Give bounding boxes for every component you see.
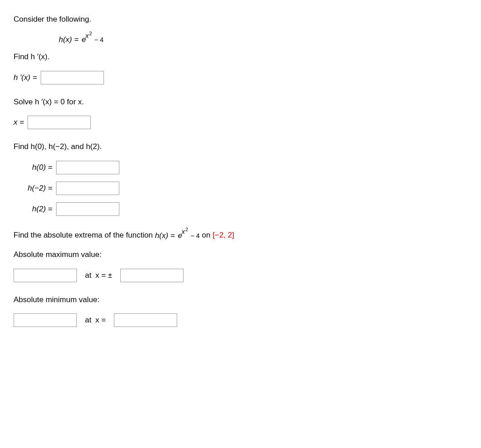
abs-max-label: Absolute maximum value:: [14, 249, 467, 261]
h2-input[interactable]: [56, 202, 119, 216]
find-hprime-text: Find h ′(x).: [14, 51, 467, 63]
x-label: x =: [14, 117, 24, 128]
function-exponential: e x2 − 4: [82, 36, 104, 43]
extrema-interval: [−2, 2]: [212, 231, 234, 239]
solve-hprime-text: Solve h ′(x) = 0 for x.: [14, 96, 467, 108]
abs-min-x-input[interactable]: [114, 313, 177, 327]
x-input[interactable]: [28, 116, 91, 129]
h2-label: h(2) =: [14, 203, 56, 215]
extrema-intro: Find the absolute extrema of the functio…: [14, 229, 467, 241]
abs-max-value-input[interactable]: [14, 269, 77, 282]
function-definition: h(x) = e x2 − 4: [14, 33, 467, 45]
at-x-label: at x =: [85, 314, 106, 326]
abs-min-label: Absolute minimum value:: [14, 294, 467, 306]
hminus2-label: h(−2) =: [14, 182, 56, 194]
h0-input[interactable]: [56, 161, 119, 174]
abs-min-value-input[interactable]: [14, 313, 77, 327]
function-lhs: h(x) =: [59, 35, 81, 44]
find-values-text: Find h(0), h(−2), and h(2).: [14, 141, 467, 153]
at-x-pm-label: at at x = ±x = ±: [85, 270, 112, 281]
extrema-exponential: e x2 − 4: [178, 232, 199, 239]
intro-text: Consider the following.: [14, 14, 467, 25]
hprime-input[interactable]: [41, 71, 104, 84]
hprime-label: h ′(x) =: [14, 72, 37, 84]
abs-max-x-input[interactable]: [120, 269, 184, 282]
h0-label: h(0) =: [14, 162, 56, 173]
hminus2-input[interactable]: [56, 182, 119, 195]
